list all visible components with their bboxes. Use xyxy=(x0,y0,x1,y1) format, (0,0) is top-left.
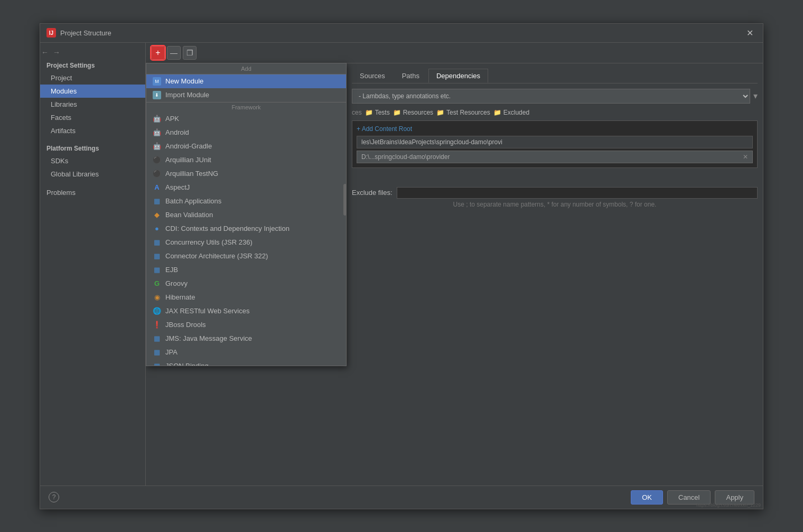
android-icon: 🤖 xyxy=(153,128,161,137)
excluded-folder-icon: 📁 xyxy=(493,109,501,116)
ejb-icon: ▦ xyxy=(153,266,161,274)
dropdown-scrollbar[interactable] xyxy=(343,184,347,216)
framework-hibernate[interactable]: ◉ Hibernate xyxy=(146,291,346,304)
project-structure-dialog: IJ Project Structure ✕ ← → Project Setti… xyxy=(40,23,763,509)
tests-folder-icon: 📁 xyxy=(365,109,373,116)
tabs-bar: Sources Paths Dependencies xyxy=(352,69,758,83)
framework-apk[interactable]: 🤖 APK xyxy=(146,112,346,126)
add-section-header: Add xyxy=(146,63,346,74)
lambda-dropdown-row: - Lambdas, type annotations etc. ▾ xyxy=(352,89,758,104)
add-button[interactable]: + xyxy=(151,46,165,60)
framework-connector-arch[interactable]: ▦ Connector Architecture (JSR 322) xyxy=(146,249,346,263)
tab-dependencies[interactable]: Dependencies xyxy=(428,69,488,83)
module-icon: M xyxy=(153,77,161,86)
sidebar-item-artifacts[interactable]: Artifacts xyxy=(40,124,145,137)
import-icon: ⬇ xyxy=(153,91,161,99)
framework-cdi[interactable]: ● CDI: Contexts and Dependency Injection xyxy=(146,222,346,236)
framework-json-binding[interactable]: ▦ JSON Binding xyxy=(146,359,346,366)
arquillian-testng-icon: ⚫ xyxy=(153,170,161,178)
framework-jboss-drools[interactable]: ❗ JBoss Drools xyxy=(146,318,346,332)
main-content: + — ❐ Add M New Module ⬇ xyxy=(146,43,763,486)
android-gradle-icon: 🤖 xyxy=(153,142,161,151)
help-button[interactable]: ? xyxy=(49,492,59,502)
watermark: https://blog.csdn.net/xxh_1229 xyxy=(696,502,761,508)
folder-icons-row: ces 📁 Tests 📁 Resources 📁 Test Resources xyxy=(352,109,758,116)
close-button[interactable]: ✕ xyxy=(743,27,757,39)
arquillian-junit-icon: ⚫ xyxy=(153,156,161,164)
import-module-item[interactable]: ⬇ Import Module xyxy=(146,88,346,102)
aspectj-icon: A xyxy=(153,183,161,192)
excluded-folder[interactable]: 📁 Excluded xyxy=(493,109,529,116)
jms-icon: ▦ xyxy=(153,334,161,343)
hibernate-icon: ◉ xyxy=(153,293,161,302)
sidebar-item-modules[interactable]: Modules xyxy=(40,85,145,98)
framework-batch-applications[interactable]: ▦ Batch Applications xyxy=(146,194,346,208)
exclude-input[interactable] xyxy=(397,187,758,199)
forward-button[interactable]: → xyxy=(52,48,61,57)
framework-concurrency-utils[interactable]: ▦ Concurrency Utils (JSR 236) xyxy=(146,236,346,249)
tab-paths[interactable]: Paths xyxy=(394,69,427,83)
new-module-item[interactable]: M New Module xyxy=(146,74,346,88)
content-root-area: + Add Content Root les\JetBrains\IdeaPro… xyxy=(352,120,758,168)
exclude-row: Exclude files: Use ; to separate name pa… xyxy=(352,183,758,208)
nav-arrows: ← → xyxy=(40,48,145,57)
language-level-select[interactable]: - Lambdas, type annotations etc. xyxy=(352,89,750,104)
title-bar: IJ Project Structure ✕ xyxy=(40,24,763,43)
framework-android[interactable]: 🤖 Android xyxy=(146,126,346,139)
framework-aspectj[interactable]: A AspectJ xyxy=(146,181,346,194)
batch-icon: ▦ xyxy=(153,197,161,206)
resources-folder[interactable]: 📁 Resources xyxy=(393,109,433,116)
copy-button[interactable]: ❐ xyxy=(183,46,197,60)
tab-sources[interactable]: Sources xyxy=(352,69,393,83)
framework-android-gradle[interactable]: 🤖 Android-Gradle xyxy=(146,139,346,153)
sidebar-item-sdks[interactable]: SDKs xyxy=(40,154,145,167)
remove-button[interactable]: — xyxy=(167,46,181,60)
platform-settings-title: Platform Settings xyxy=(40,139,145,154)
exclude-files-section: Exclude files: xyxy=(352,187,758,199)
sidebar-item-libraries[interactable]: Libraries xyxy=(40,98,145,111)
path-close-btn[interactable]: ✕ xyxy=(743,153,748,161)
json-binding-icon: ▦ xyxy=(153,362,161,366)
groovy-icon: G xyxy=(153,279,161,288)
jboss-icon: ❗ xyxy=(153,321,161,329)
test-resources-folder[interactable]: 📁 Test Resources xyxy=(436,109,490,116)
add-dropdown: Add M New Module ⬇ Import Module xyxy=(146,63,347,366)
sidebar-item-project[interactable]: Project xyxy=(40,71,145,85)
toolbar: + — ❐ xyxy=(146,43,763,63)
dialog-body: ← → Project Settings Project Modules Lib… xyxy=(40,43,763,486)
framework-arquillian-testng[interactable]: ⚫ Arquillian TestNG xyxy=(146,167,346,181)
framework-jax-restful[interactable]: 🌐 JAX RESTful Web Services xyxy=(146,304,346,318)
framework-arquillian-junit[interactable]: ⚫ Arquillian JUnit xyxy=(146,153,346,167)
path-item: les\JetBrains\IdeaProjects\springcloud-d… xyxy=(357,136,753,148)
framework-header: Framework xyxy=(146,102,346,112)
framework-jms[interactable]: ▦ JMS: Java Message Service xyxy=(146,332,346,346)
add-content-root-btn[interactable]: + Add Content Root xyxy=(357,125,753,133)
project-settings-title: Project Settings xyxy=(40,60,145,71)
framework-section: Framework 🤖 APK 🤖 Android 🤖 xyxy=(146,102,346,366)
tests-folder[interactable]: 📁 Tests xyxy=(365,109,390,116)
bean-validation-icon: ◆ xyxy=(153,211,161,219)
resources-folder-icon: 📁 xyxy=(393,109,401,116)
apk-icon: 🤖 xyxy=(153,115,161,123)
framework-jpa[interactable]: ▦ JPA xyxy=(146,346,346,359)
sidebar-item-facets[interactable]: Facets xyxy=(40,111,145,124)
connector-icon: ▦ xyxy=(153,252,161,260)
sidebar-item-global-libraries[interactable]: Global Libraries xyxy=(40,167,145,181)
ok-button[interactable]: OK xyxy=(631,490,663,505)
framework-bean-validation[interactable]: ◆ Bean Validation xyxy=(146,208,346,222)
exclude-hint: Use ; to separate name patterns, * for a… xyxy=(352,201,758,208)
framework-list: 🤖 APK 🤖 Android 🤖 Android-Gradle xyxy=(146,112,346,366)
cdi-icon: ● xyxy=(153,225,161,233)
sidebar-item-problems[interactable]: Problems xyxy=(40,186,145,199)
title-bar-left: IJ Project Structure xyxy=(46,28,111,38)
framework-groovy[interactable]: G Groovy xyxy=(146,277,346,291)
exclude-label: Exclude files: xyxy=(352,189,393,197)
right-panel: Sources Paths Dependencies - Lambdas, ty… xyxy=(347,63,763,486)
dialog-footer: ? OK Cancel Apply xyxy=(40,486,763,509)
sidebar: ← → Project Settings Project Modules Lib… xyxy=(40,43,146,486)
dropdown-menu: Add M New Module ⬇ Import Module xyxy=(146,63,347,366)
framework-ejb[interactable]: ▦ EJB xyxy=(146,263,346,277)
concurrency-icon: ▦ xyxy=(153,238,161,247)
back-button[interactable]: ← xyxy=(40,48,50,57)
jpa-icon: ▦ xyxy=(153,348,161,357)
